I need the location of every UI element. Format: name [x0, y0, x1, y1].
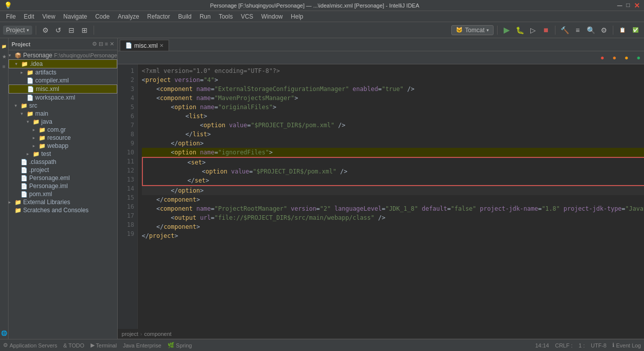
browser-toolbar: ● ● ● ● ↺ 🌐: [118, 51, 644, 64]
line-num-12: 12: [118, 166, 134, 175]
settings2-btn[interactable]: ⚙: [598, 25, 609, 36]
close-btn[interactable]: ✕: [634, 2, 640, 10]
tree-item-comgr-folder[interactable]: ▸📁com.gr: [9, 126, 117, 134]
minimize-btn[interactable]: ─: [617, 2, 622, 10]
main-layout: 📁 ★ ≡ 🌐 Project ⚙ ⊟ ≡ ✕ ▾📦Personage F:\s…: [0, 38, 644, 339]
tree-item-main-folder[interactable]: ▾📁main: [9, 110, 117, 118]
statusbar: ⚙ Application Servers & TODO ▶ Terminal …: [0, 339, 644, 351]
panel-settings-icon[interactable]: ⚙: [92, 41, 97, 47]
code-editor[interactable]: <?xml version="1.0" encoding="UTF-8"?><p…: [138, 64, 644, 329]
left-icon-web[interactable]: 🌐: [0, 329, 8, 337]
project-panel-title: Project: [12, 41, 30, 47]
panel-close-icon[interactable]: ✕: [110, 41, 114, 47]
panel-gear-icon[interactable]: ≡: [105, 41, 108, 47]
breadcrumb-item-component[interactable]: component: [144, 331, 171, 337]
tree-icon-xml: 📄: [27, 95, 34, 101]
tree-item-webapp-folder[interactable]: ▸📁webapp: [9, 142, 117, 150]
tomcat-icon: 🐱: [456, 27, 463, 33]
menu-help[interactable]: Help: [287, 12, 307, 21]
tomcat-dropdown[interactable]: 🐱 Tomcat ▾: [451, 25, 494, 35]
menu-window[interactable]: Window: [257, 12, 287, 21]
search-btn[interactable]: 🔍: [585, 25, 596, 36]
tab-misc-xml[interactable]: 📄 misc.xml ✕: [120, 40, 170, 51]
left-icon-fav[interactable]: ★: [0, 52, 8, 60]
editor-area: 📄 misc.xml ✕ ● ● ● ● ↺ 🌐 123456789101112…: [118, 38, 644, 339]
line-num-13: 13: [118, 175, 134, 184]
breadcrumb-item-project[interactable]: project: [122, 331, 138, 337]
tree-item-workspace-xml[interactable]: 📄workspace.xml: [9, 94, 117, 102]
left-icon-project[interactable]: 📁: [0, 42, 8, 50]
menu-code[interactable]: Code: [91, 12, 114, 21]
line-num-7: 7: [118, 121, 134, 130]
tree-item-personage-root[interactable]: ▾📦Personage F:\shuqingyou\Personage: [9, 51, 117, 59]
debug-btn[interactable]: 🐛: [514, 25, 525, 36]
stop-btn[interactable]: ■: [540, 25, 551, 36]
maximize-btn[interactable]: □: [626, 2, 630, 10]
menu-view[interactable]: View: [38, 12, 59, 21]
panel-expand-icon[interactable]: ⊟: [99, 41, 103, 47]
coverage-btn[interactable]: ▷: [527, 25, 538, 36]
tree-item-artifacts-folder[interactable]: ▸📁artifacts: [9, 68, 117, 76]
tree-item-pom-xml[interactable]: 📄pom.xml: [9, 190, 117, 198]
line-num-17: 17: [118, 211, 134, 220]
run-btn[interactable]: ▶: [501, 25, 512, 36]
tree-item-external-libs[interactable]: ▸📁External Libraries: [9, 198, 117, 206]
tree-item-test-folder[interactable]: ▸📁test: [9, 150, 117, 158]
tree-item-personage-iml[interactable]: 📄Personage.iml: [9, 182, 117, 190]
vcs-btn[interactable]: 📋: [617, 25, 628, 36]
menu-run[interactable]: Run: [196, 12, 215, 21]
status-todo[interactable]: & TODO: [63, 342, 85, 348]
collapse-btn[interactable]: ⊟: [66, 25, 77, 36]
commit-btn[interactable]: ✅: [630, 25, 641, 36]
expand-btn[interactable]: ⊞: [79, 25, 90, 36]
code-line-11: <set>: [142, 157, 644, 167]
code-line-14: </option>: [142, 186, 644, 195]
project-dropdown[interactable]: Project ▾: [3, 26, 32, 35]
tree-item-personage-eml[interactable]: 📄Personage.eml: [9, 174, 117, 182]
status-line-ending[interactable]: CRLF :: [555, 342, 573, 348]
browser-btn-orange[interactable]: ●: [609, 53, 619, 63]
tree-item-src-folder[interactable]: ▾📁src: [9, 102, 117, 110]
menu-refactor[interactable]: Refactor: [143, 12, 174, 21]
menu-edit[interactable]: Edit: [20, 12, 38, 21]
tree-item-idea-folder[interactable]: ▾📁.idea: [9, 59, 117, 68]
status-java-enterprise[interactable]: Java Enterprise: [123, 342, 161, 348]
menu-file[interactable]: File: [2, 12, 20, 21]
code-line-16: <component name="ProjectRootManager" ver…: [142, 204, 644, 213]
tree-item-classpath[interactable]: 📄.classpath: [9, 158, 117, 166]
browser-btn-yellow[interactable]: ●: [621, 53, 631, 63]
status-spring[interactable]: 🌿 Spring: [168, 342, 192, 348]
line-num-9: 9: [118, 139, 134, 148]
tree-item-compiler-xml[interactable]: 📄compiler.xml: [9, 76, 117, 84]
tree-item-misc-xml[interactable]: 📄misc.xml: [9, 84, 117, 94]
more-btn[interactable]: ≡: [572, 25, 583, 36]
statusbar-left: ⚙ Application Servers & TODO ▶ Terminal …: [3, 342, 192, 348]
status-encoding[interactable]: UTF-8: [591, 342, 606, 348]
menu-navigate[interactable]: Navigate: [59, 12, 91, 21]
tree-icon-folder: 📁: [39, 127, 46, 133]
settings-btn[interactable]: ⚙: [40, 25, 51, 36]
tab-close-btn[interactable]: ✕: [159, 43, 164, 48]
status-terminal[interactable]: ▶ Terminal: [91, 342, 117, 348]
left-icon-structure[interactable]: ≡: [0, 62, 8, 70]
server-icon: ⚙: [3, 342, 8, 348]
chevron-down-icon: ▾: [27, 28, 29, 33]
build-btn[interactable]: 🔨: [559, 25, 570, 36]
menu-vcs[interactable]: VCS: [237, 12, 258, 21]
status-app-servers[interactable]: ⚙ Application Servers: [3, 342, 57, 348]
sync-btn[interactable]: ↺: [53, 25, 64, 36]
tree-item-project[interactable]: 📄.project: [9, 166, 117, 174]
menu-tools[interactable]: Tools: [215, 12, 237, 21]
menu-build[interactable]: Build: [174, 12, 196, 21]
status-line[interactable]: 1 :: [579, 342, 585, 348]
status-position[interactable]: 14:14: [535, 342, 549, 348]
code-line-3: <component name="ExternalStorageConfigur…: [142, 84, 644, 94]
browser-btn-red[interactable]: ●: [597, 53, 607, 63]
tree-item-java-folder[interactable]: ▾📁java: [9, 118, 117, 126]
tree-item-scratches[interactable]: 📁Scratches and Consoles: [9, 206, 117, 214]
menu-analyze[interactable]: Analyze: [114, 12, 143, 21]
browser-btn-green[interactable]: ●: [633, 53, 643, 63]
status-event-log[interactable]: ℹ Event Log: [612, 342, 641, 348]
tab-bar: 📄 misc.xml ✕: [118, 38, 644, 51]
tree-item-resource-folder[interactable]: ▸📁resource: [9, 134, 117, 142]
